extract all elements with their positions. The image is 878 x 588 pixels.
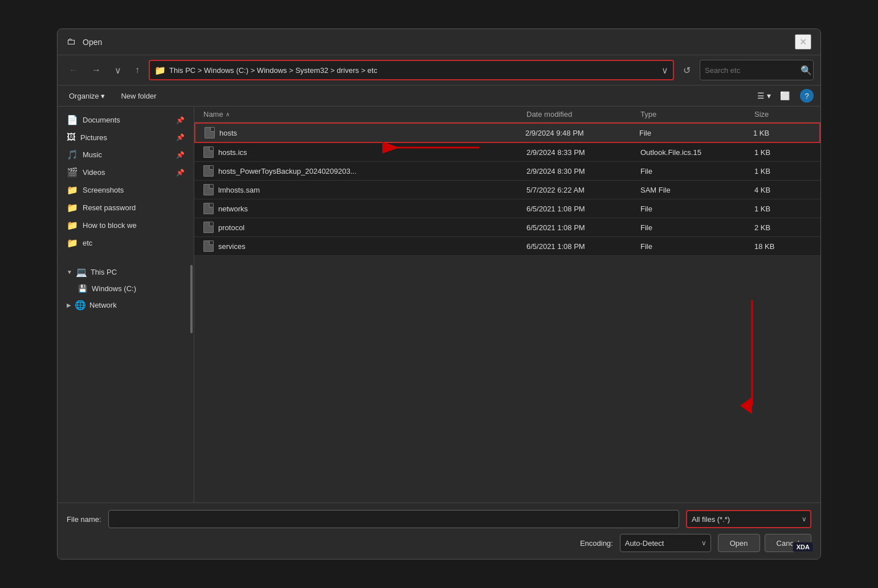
address-chevron-icon[interactable]: ∨ [661, 65, 668, 76]
view-buttons: ☰ ▾ ⬜ [754, 89, 793, 103]
filename-label: File name: [67, 515, 101, 524]
lmhosts-date: 5/7/2022 6:22 AM [526, 186, 640, 194]
sidebar-section-network[interactable]: ▶ 🌐 Network [58, 296, 194, 314]
file-icon-hosts-backup [203, 165, 214, 177]
protocol-date: 6/5/2021 1:08 PM [526, 223, 640, 232]
file-name-services: services [203, 240, 526, 252]
panel-view-button[interactable]: ⬜ [777, 89, 793, 103]
search-input[interactable] [705, 66, 801, 75]
sidebar-item-etc[interactable]: 📁 etc [58, 234, 194, 252]
col-size[interactable]: Size [754, 110, 811, 119]
sidebar-item-pictures-label: Pictures [80, 133, 107, 142]
protocol-type: File [640, 223, 754, 232]
sidebar-item-etc-label: etc [83, 239, 92, 247]
encoding-select-wrapper: Auto-Detect UTF-8 ANSI ∨ [620, 534, 711, 552]
new-folder-button[interactable]: New folder [116, 89, 161, 103]
sidebar-item-music-label: Music [83, 150, 102, 159]
sidebar: 📄 Documents 📌 🖼 Pictures 📌 🎵 Music 📌 🎬 V… [58, 107, 194, 503]
address-bar[interactable]: 📁 This PC > Windows (C:) > Windows > Sys… [149, 60, 674, 80]
sidebar-item-documents[interactable]: 📄 Documents 📌 [58, 111, 194, 129]
file-row-networks[interactable]: networks 6/5/2021 1:08 PM File 1 KB [194, 199, 820, 218]
arrow-filetype [707, 300, 775, 414]
networks-name: networks [218, 205, 248, 213]
file-row-lmhosts[interactable]: lmhosts.sam 5/7/2022 6:22 AM SAM File 4 … [194, 181, 820, 199]
xda-watermark: XDA [793, 542, 814, 552]
col-name-label: Name [203, 110, 223, 119]
hosts-backup-type: File [640, 167, 754, 175]
pin-icon-2: 📌 [176, 133, 185, 141]
filename-input[interactable] [108, 510, 679, 528]
file-icon-networks [203, 203, 214, 214]
col-date[interactable]: Date modified [526, 110, 640, 119]
toolbar: Organize ▾ New folder ☰ ▾ ⬜ ? [58, 85, 820, 107]
open-dialog: 🗀 Open ✕ ← → ∨ ↑ 📁 This PC > Windows (C:… [57, 28, 821, 560]
hosts-date: 2/9/2024 9:48 PM [525, 129, 639, 137]
hosts-ics-date: 2/9/2024 8:33 PM [526, 148, 640, 157]
file-list-area: Name ∧ Date modified Type Size [194, 107, 820, 503]
nav-bar: ← → ∨ ↑ 📁 This PC > Windows (C:) > Windo… [58, 55, 820, 85]
file-row-protocol[interactable]: protocol 6/5/2021 1:08 PM File 2 KB [194, 218, 820, 237]
close-button[interactable]: ✕ [795, 34, 811, 50]
screenshots-icon: 📁 [67, 185, 78, 195]
lmhosts-type: SAM File [640, 186, 754, 194]
sidebar-item-how-to-block-label: How to block we [83, 221, 137, 230]
filetype-wrapper: All files (*.*) Text files (*.txt) All f… [686, 510, 811, 528]
address-path: This PC > Windows (C:) > Windows > Syste… [169, 66, 658, 75]
sidebar-item-pictures[interactable]: 🖼 Pictures 📌 [58, 129, 194, 146]
col-type[interactable]: Type [640, 110, 754, 119]
open-button[interactable]: Open [718, 534, 760, 552]
network-label: Network [89, 301, 117, 309]
encoding-select[interactable]: Auto-Detect UTF-8 ANSI [620, 534, 711, 552]
col-size-label: Size [754, 110, 769, 119]
sidebar-item-videos-label: Videos [83, 168, 105, 177]
sidebar-item-videos[interactable]: 🎬 Videos 📌 [58, 164, 194, 181]
sidebar-item-reset-password[interactable]: 📁 Reset password [58, 199, 194, 217]
hosts-ics-type: Outlook.File.ics.15 [640, 148, 754, 157]
networks-type: File [640, 205, 754, 213]
file-name-hosts: hosts [205, 127, 525, 138]
pin-icon-3: 📌 [176, 151, 185, 159]
file-row-hosts-backup[interactable]: hosts_PowerToysBackup_20240209203... 2/9… [194, 162, 820, 181]
dropdown-button[interactable]: ∨ [110, 63, 126, 78]
sidebar-item-how-to-block[interactable]: 📁 How to block we [58, 217, 194, 234]
hosts-backup-date: 2/9/2024 8:30 PM [526, 167, 640, 175]
file-name-protocol: protocol [203, 222, 526, 233]
file-row-hosts[interactable]: hosts 2/9/2024 9:48 PM File 1 KB [194, 122, 820, 143]
sidebar-item-music[interactable]: 🎵 Music 📌 [58, 146, 194, 164]
documents-icon: 📄 [67, 115, 78, 125]
content-area: 📄 Documents 📌 🖼 Pictures 📌 🎵 Music 📌 🎬 V… [58, 107, 820, 503]
lmhosts-name: lmhosts.sam [218, 186, 260, 194]
file-row-hosts-ics[interactable]: hosts.ics 2/9/2024 8:33 PM Outlook.File.… [194, 143, 820, 162]
hosts-ics-size: 1 KB [754, 148, 811, 157]
sidebar-item-windows-c[interactable]: 💾 Windows (C:) [58, 281, 194, 296]
windows-c-label: Windows (C:) [92, 284, 136, 293]
file-row-services[interactable]: services 6/5/2021 1:08 PM File 18 KB [194, 237, 820, 256]
filetype-select[interactable]: All files (*.*) Text files (*.txt) All f… [686, 510, 811, 528]
hosts-type: File [639, 129, 753, 137]
search-box[interactable]: 🔍 [700, 60, 814, 80]
refresh-button[interactable]: ↺ [679, 63, 695, 78]
title-bar-title: Open [83, 38, 795, 47]
organize-button[interactable]: Organize ▾ [64, 89, 109, 103]
help-button[interactable]: ? [800, 89, 814, 103]
file-icon-services [203, 240, 214, 252]
filename-row: File name: All files (*.*) Text files (*… [67, 510, 811, 528]
col-name[interactable]: Name ∧ [203, 110, 526, 119]
folder-icon: 📁 [154, 65, 166, 76]
back-button[interactable]: ← [64, 63, 83, 77]
file-name-lmhosts: lmhosts.sam [203, 184, 526, 195]
etc-icon: 📁 [67, 238, 78, 248]
up-button[interactable]: ↑ [130, 63, 144, 77]
col-sort-icon: ∧ [226, 111, 230, 117]
this-pc-icon: 💻 [76, 267, 87, 277]
sidebar-section-this-pc[interactable]: ▼ 💻 This PC [58, 263, 194, 281]
file-name-hosts-ics: hosts.ics [203, 146, 526, 158]
forward-button[interactable]: → [87, 63, 105, 77]
list-view-button[interactable]: ☰ ▾ [754, 89, 774, 103]
bottom-area: File name: All files (*.*) Text files (*… [58, 503, 820, 559]
sidebar-item-screenshots[interactable]: 📁 Screenshots [58, 181, 194, 199]
this-pc-chevron-icon: ▼ [67, 269, 72, 275]
sidebar-scrollbar[interactable] [190, 265, 193, 333]
services-date: 6/5/2021 1:08 PM [526, 242, 640, 251]
hosts-size: 1 KB [753, 129, 810, 137]
